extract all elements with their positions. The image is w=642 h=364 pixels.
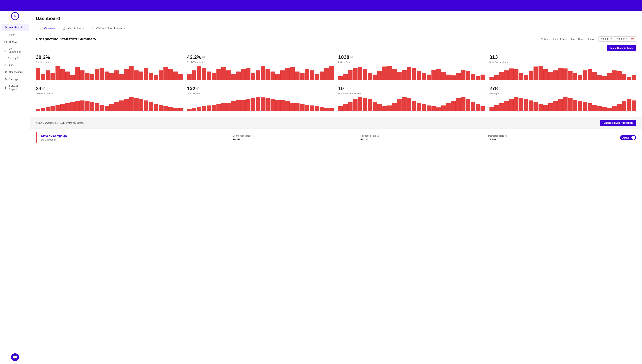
active-toggle[interactable]: Active: [620, 135, 636, 140]
sidebar-logo: C: [0, 11, 30, 22]
campaign-name[interactable]: Cleverly Campaign: [41, 134, 233, 138]
bar: [343, 104, 347, 111]
bar: [466, 71, 470, 80]
sidebar-label-outbox: Outbox: [9, 40, 17, 44]
bar: [221, 67, 226, 80]
sidebar-item-dashboard[interactable]: ⊙ Dashboard: [1, 24, 29, 31]
bar: [471, 102, 475, 111]
bar: [60, 104, 65, 111]
bar: [338, 76, 343, 80]
info-icon-reply-connections[interactable]: ⓘ: [202, 56, 205, 59]
info-icon-interested-replies[interactable]: ⓘ: [43, 87, 45, 90]
bar: [602, 107, 607, 111]
tab-allocate-label: Allocate Invites: [67, 27, 84, 30]
tab-overview[interactable]: 📊 Overview: [36, 25, 59, 32]
bar: [632, 100, 636, 111]
bar: [441, 106, 446, 111]
bar: [392, 102, 397, 111]
info-icon-invites-sent[interactable]: ⓘ: [350, 56, 353, 59]
bar: [509, 99, 513, 111]
bar: [402, 97, 406, 111]
sidebar-item-cleverly-c[interactable]: Cleverly C...: [0, 56, 30, 61]
bar: [261, 66, 265, 80]
info-icon-total-replies[interactable]: ⓘ: [196, 87, 199, 90]
bar: [46, 70, 50, 80]
tab-click-send[interactable]: 📄 Click and Send Templates: [88, 25, 129, 32]
bar: [324, 108, 329, 111]
bar: [529, 100, 533, 111]
bar: [514, 97, 518, 111]
bar: [65, 103, 70, 111]
connections-icon: ✿: [4, 70, 7, 74]
info-icon-message-2[interactable]: ⓘ: [499, 87, 501, 90]
filter-last-14-days[interactable]: Last 14 Days: [553, 38, 567, 40]
tab-allocate-invites[interactable]: 📋 Allocate Invites: [59, 25, 88, 32]
bar: [548, 72, 553, 80]
bar: [612, 106, 616, 111]
date-range-picker[interactable]: 2020-05-01 – 2020-06-07 📅: [598, 36, 636, 42]
stat-value-interested-replies: 24: [36, 86, 41, 91]
sidebar-item-my-campaigns[interactable]: ◁ My Campaigns ▲: [1, 46, 29, 55]
bar: [310, 106, 314, 111]
bar: [217, 104, 221, 111]
logo-icon[interactable]: C: [11, 12, 19, 20]
bar-chart: [36, 97, 183, 111]
sidebar-item-connections[interactable]: ✿ Connections: [1, 68, 29, 76]
bar: [41, 108, 45, 111]
bar: [51, 73, 55, 80]
bar-chart: [338, 97, 485, 111]
sidebar-item-inbox[interactable]: ○ Inbox: [1, 31, 29, 38]
bar: [617, 71, 621, 80]
bar: [236, 100, 241, 111]
bar: [524, 99, 528, 111]
sidebar-label-inbox: Inbox: [9, 33, 15, 36]
bar: [519, 73, 523, 80]
bar: [280, 70, 285, 80]
bar: [129, 66, 134, 80]
sidebar-item-sent[interactable]: ↑ Sent: [1, 61, 29, 68]
info-icon-connections-invites[interactable]: ⓘ: [51, 56, 54, 59]
bar: [75, 101, 80, 111]
campaign-connection-rate: Connection Rate % 30.2%: [233, 134, 360, 141]
bar: [154, 75, 158, 80]
bar: [320, 107, 324, 111]
bar: [70, 75, 75, 80]
bar: [446, 74, 451, 80]
change-invite-allocation-button[interactable]: Change Invite Allocation: [600, 120, 636, 126]
active-toggle-container: Active: [616, 135, 636, 140]
filter-all-time[interactable]: All-Time: [540, 38, 549, 40]
bar: [578, 75, 582, 80]
bar: [95, 69, 99, 80]
stat-label-not-interested-replies: Not Interested Replies: [338, 92, 485, 95]
chat-bubble-button[interactable]: 💬: [11, 353, 19, 361]
bar: [290, 67, 295, 80]
bar: [275, 74, 280, 80]
campaign-daily-invites: Daily invites:55: [41, 138, 233, 141]
bar: [451, 76, 456, 80]
bar: [211, 105, 216, 111]
stat-value-invites-sent: 1038: [338, 54, 349, 60]
stat-label-new-connections: New Connections: [490, 61, 636, 64]
bar: [197, 66, 201, 80]
sidebar-item-settings[interactable]: ⚙ Settings: [1, 76, 29, 83]
bar: [329, 66, 334, 80]
info-icon-not-interested-replies[interactable]: ⓘ: [345, 87, 347, 90]
bar: [338, 106, 343, 111]
bar: [397, 99, 401, 111]
bar: [192, 70, 196, 80]
bar: [226, 102, 231, 111]
bar: [553, 70, 558, 80]
bar: [476, 104, 480, 111]
stats-grid-row1: 30.2%ⓘConnections/Invites42.2%ⓘReply/Con…: [36, 54, 636, 80]
filter-today[interactable]: Today: [588, 38, 594, 40]
bar: [466, 99, 470, 111]
sidebar-label-referral: Referral Payout: [9, 85, 26, 91]
select-statistic-types-button[interactable]: Select Statistic Types: [607, 45, 636, 51]
info-icon-new-connections[interactable]: ⓘ: [499, 56, 501, 59]
sidebar-item-outbox[interactable]: ☒ Outbox: [1, 38, 29, 46]
bar: [266, 69, 270, 80]
filter-last-7-days[interactable]: Last 7 Days: [571, 38, 583, 40]
bar: [490, 77, 494, 80]
sent-icon: ↑: [4, 63, 7, 66]
sidebar-item-referral-payout[interactable]: $ Referral Payout: [1, 83, 29, 92]
